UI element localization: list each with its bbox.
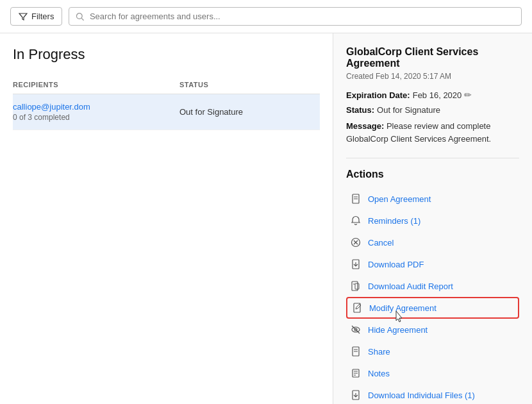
notes-icon xyxy=(350,367,362,379)
created-date: Created Feb 14, 2020 5:17 AM xyxy=(346,72,519,81)
download-pdf-icon xyxy=(350,258,362,270)
download-individual-icon xyxy=(350,389,362,401)
recipient-email[interactable]: calliope@jupiter.dom xyxy=(13,102,179,112)
download-audit-icon xyxy=(350,280,362,292)
status-value: Out for Signature xyxy=(377,105,440,115)
col-header-recipients: RECIPIENTS xyxy=(13,81,179,88)
cancel-icon xyxy=(350,237,362,248)
action-hide-agreement[interactable]: Hide Agreement xyxy=(346,319,519,341)
expiration-label: Expiration Date: xyxy=(346,90,410,100)
open-agreement-label: Open Agreement xyxy=(368,194,431,204)
divider xyxy=(346,158,519,158)
filter-icon xyxy=(19,12,28,21)
agreement-title: GlobalCorp Client Services Agreement xyxy=(346,46,519,69)
main-layout: In Progress RECIPIENTS STATUS calliope@j… xyxy=(0,33,532,404)
recipient-info: calliope@jupiter.dom 0 of 3 completed xyxy=(13,102,179,122)
open-agreement-icon xyxy=(350,193,362,205)
actions-list: Open AgreementReminders (1)CancelDownloa… xyxy=(346,188,519,404)
action-notes[interactable]: Notes xyxy=(346,362,519,384)
download-audit-label: Download Audit Report xyxy=(368,282,453,291)
search-icon xyxy=(76,12,85,21)
action-cancel[interactable]: Cancel xyxy=(346,231,519,253)
svg-point-0 xyxy=(77,13,83,19)
action-download-individual[interactable]: Download Individual Files (1) xyxy=(346,384,519,404)
table-row[interactable]: calliope@jupiter.dom 0 of 3 completed Ou… xyxy=(13,94,320,130)
edit-expiration-icon[interactable]: ✏ xyxy=(464,90,472,100)
notes-label: Notes xyxy=(368,369,390,378)
filter-button[interactable]: Filters xyxy=(10,7,62,26)
svg-rect-11 xyxy=(355,283,359,289)
share-label: Share xyxy=(368,347,390,357)
download-individual-label: Download Individual Files (1) xyxy=(368,391,475,400)
reminders-label: Reminders (1) xyxy=(368,216,420,226)
download-pdf-label: Download PDF xyxy=(368,260,424,269)
action-reminders[interactable]: Reminders (1) xyxy=(346,210,519,231)
hide-agreement-label: Hide Agreement xyxy=(368,325,428,335)
message-row: Message: Please review and complete Glob… xyxy=(346,120,519,145)
share-icon xyxy=(350,346,362,357)
status-text: Out for Signature xyxy=(179,107,320,117)
modify-agreement-icon xyxy=(351,302,363,314)
action-download-audit[interactable]: Download Audit Report xyxy=(346,275,519,297)
status-row: Status: Out for Signature xyxy=(346,105,519,115)
table-header: RECIPIENTS STATUS xyxy=(13,76,320,94)
svg-line-1 xyxy=(82,18,84,20)
expiration-row: Expiration Date: Feb 16, 2020 ✏ xyxy=(346,90,519,100)
hide-agreement-icon xyxy=(350,324,362,335)
expiration-value: Feb 16, 2020 xyxy=(413,90,462,100)
message-label: Message: xyxy=(346,121,384,131)
action-modify-agreement[interactable]: Modify Agreement xyxy=(346,297,519,319)
actions-title: Actions xyxy=(346,169,519,180)
right-panel: GlobalCorp Client Services Agreement Cre… xyxy=(333,33,532,404)
search-container xyxy=(69,7,522,26)
action-open-agreement[interactable]: Open Agreement xyxy=(346,188,519,210)
reminders-icon xyxy=(350,215,362,226)
status-label: Status: xyxy=(346,105,374,115)
action-share[interactable]: Share xyxy=(346,341,519,362)
section-title: In Progress xyxy=(13,46,320,63)
cancel-label: Cancel xyxy=(368,238,394,248)
col-header-status: STATUS xyxy=(179,81,320,88)
filter-label: Filters xyxy=(31,12,54,21)
recipient-count: 0 of 3 completed xyxy=(13,113,179,122)
search-input[interactable] xyxy=(90,12,515,21)
left-panel: In Progress RECIPIENTS STATUS calliope@j… xyxy=(0,33,333,404)
top-bar: Filters xyxy=(0,0,532,33)
action-download-pdf[interactable]: Download PDF xyxy=(346,253,519,275)
